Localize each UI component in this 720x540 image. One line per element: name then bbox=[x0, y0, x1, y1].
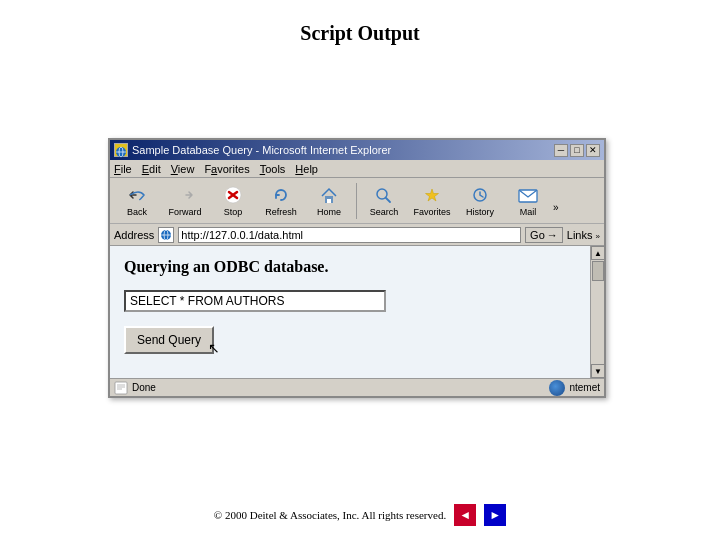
forward-icon bbox=[173, 184, 197, 206]
refresh-label: Refresh bbox=[265, 207, 297, 217]
forward-label: Forward bbox=[168, 207, 201, 217]
prev-arrow-icon: ◄ bbox=[459, 508, 471, 523]
menu-help[interactable]: Help bbox=[295, 163, 318, 175]
history-button[interactable]: History bbox=[457, 180, 503, 222]
address-input[interactable]: http://127.0.0.1/data.html bbox=[178, 227, 521, 243]
menu-favorites[interactable]: Favorites bbox=[204, 163, 249, 175]
menu-file[interactable]: File bbox=[114, 163, 132, 175]
title-bar-text: Sample Database Query - Microsoft Intern… bbox=[132, 144, 391, 156]
stop-label: Stop bbox=[224, 207, 243, 217]
favorites-icon bbox=[420, 184, 444, 206]
browser-window: Sample Database Query - Microsoft Intern… bbox=[108, 138, 606, 398]
menu-tools[interactable]: Tools bbox=[260, 163, 286, 175]
address-icon-box bbox=[158, 227, 174, 243]
scroll-thumb[interactable] bbox=[592, 261, 604, 281]
svg-rect-15 bbox=[115, 382, 127, 394]
home-button[interactable]: Home bbox=[306, 180, 352, 222]
footer-text: © 2000 Deitel & Associates, Inc. All rig… bbox=[214, 509, 446, 521]
send-query-button[interactable]: Send Query ↖ bbox=[124, 326, 214, 354]
home-label: Home bbox=[317, 207, 341, 217]
search-button[interactable]: Search bbox=[361, 180, 407, 222]
toolbar-more-chevron[interactable]: » bbox=[553, 202, 559, 213]
globe-icon bbox=[549, 380, 565, 396]
svg-line-9 bbox=[386, 198, 390, 202]
maximize-button[interactable]: □ bbox=[570, 144, 584, 157]
status-bar: Done ntemet bbox=[110, 378, 604, 396]
title-bar-left: Sample Database Query - Microsoft Intern… bbox=[114, 143, 391, 157]
address-bar: Address http://127.0.0.1/data.html Go → … bbox=[110, 224, 604, 246]
mail-label: Mail bbox=[520, 207, 537, 217]
content-area: ▲ ▼ Querying an ODBC database. SELECT * … bbox=[110, 246, 604, 378]
back-label: Back bbox=[127, 207, 147, 217]
forward-button[interactable]: Forward bbox=[162, 180, 208, 222]
next-arrow-icon: ► bbox=[489, 508, 501, 523]
go-button[interactable]: Go → bbox=[525, 227, 563, 243]
mail-icon bbox=[516, 184, 540, 206]
zone-text: ntemet bbox=[569, 382, 600, 393]
address-label: Address bbox=[114, 229, 154, 241]
home-icon bbox=[317, 184, 341, 206]
status-text: Done bbox=[132, 382, 156, 393]
search-icon bbox=[372, 184, 396, 206]
close-button[interactable]: ✕ bbox=[586, 144, 600, 157]
menu-edit[interactable]: Edit bbox=[142, 163, 161, 175]
toolbar: Back Forward Stop bbox=[110, 178, 604, 224]
favorites-label: Favorites bbox=[413, 207, 450, 217]
status-page-icon bbox=[114, 381, 128, 395]
cursor-indicator: ↖ bbox=[208, 340, 220, 356]
query-input[interactable]: SELECT * FROM AUTHORS bbox=[124, 290, 386, 312]
menu-view[interactable]: View bbox=[171, 163, 195, 175]
svg-rect-7 bbox=[327, 199, 331, 203]
refresh-icon bbox=[269, 184, 293, 206]
browser-icon bbox=[114, 143, 128, 157]
title-bar-buttons: ─ □ ✕ bbox=[554, 144, 600, 157]
favorites-button[interactable]: Favorites bbox=[409, 180, 455, 222]
minimize-button[interactable]: ─ bbox=[554, 144, 568, 157]
status-left: Done bbox=[114, 381, 156, 395]
scroll-up-button[interactable]: ▲ bbox=[591, 246, 604, 260]
links-button[interactable]: Links » bbox=[567, 229, 600, 241]
status-right: ntemet bbox=[549, 380, 600, 396]
next-button[interactable]: ► bbox=[484, 504, 506, 526]
content-heading: Querying an ODBC database. bbox=[124, 258, 590, 276]
stop-icon bbox=[221, 184, 245, 206]
scroll-down-button[interactable]: ▼ bbox=[591, 364, 604, 378]
refresh-button[interactable]: Refresh bbox=[258, 180, 304, 222]
mail-button[interactable]: Mail bbox=[505, 180, 551, 222]
search-label: Search bbox=[370, 207, 399, 217]
title-bar: Sample Database Query - Microsoft Intern… bbox=[110, 140, 604, 160]
footer: © 2000 Deitel & Associates, Inc. All rig… bbox=[0, 504, 720, 526]
history-icon bbox=[468, 184, 492, 206]
prev-button[interactable]: ◄ bbox=[454, 504, 476, 526]
back-button[interactable]: Back bbox=[114, 180, 160, 222]
page-title: Script Output bbox=[0, 0, 720, 45]
history-label: History bbox=[466, 207, 494, 217]
menu-bar: File Edit View Favorites Tools Help bbox=[110, 160, 604, 178]
scrollbar[interactable]: ▲ ▼ bbox=[590, 246, 604, 378]
stop-button[interactable]: Stop bbox=[210, 180, 256, 222]
toolbar-separator bbox=[356, 183, 357, 219]
back-icon bbox=[125, 184, 149, 206]
